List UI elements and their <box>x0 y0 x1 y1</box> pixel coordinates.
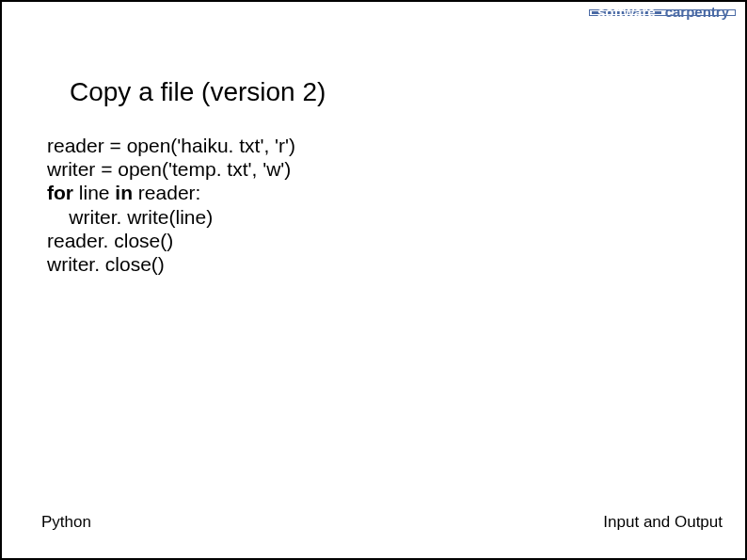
logo-inner: software carpentry <box>592 11 733 14</box>
code-line-3-post: reader: <box>133 182 200 203</box>
slide-frame: software carpentry Copy a file (version … <box>0 0 747 560</box>
code-line-3-mid: line <box>73 182 115 203</box>
footer-left: Python <box>41 513 91 532</box>
footer-right: Input and Output <box>603 513 723 532</box>
code-block: reader = open('haiku. txt', 'r') writer … <box>47 134 295 276</box>
logo-word-software: software <box>592 11 661 14</box>
slide-title: Copy a file (version 2) <box>70 77 326 107</box>
logo-word-software-text: software <box>597 4 656 20</box>
keyword-for: for <box>47 182 73 203</box>
code-line-6: writer. close() <box>47 252 295 276</box>
code-line-5: reader. close() <box>47 229 295 252</box>
code-line-2: writer = open('temp. txt', 'w') <box>47 157 295 181</box>
code-line-4: writer. write(line) <box>47 205 295 229</box>
code-line-1: reader = open('haiku. txt', 'r') <box>47 134 295 157</box>
software-carpentry-logo: software carpentry <box>589 9 736 16</box>
logo-word-carpentry: carpentry <box>663 11 733 14</box>
code-line-3: for line in reader: <box>47 181 295 204</box>
keyword-in: in <box>115 182 133 203</box>
